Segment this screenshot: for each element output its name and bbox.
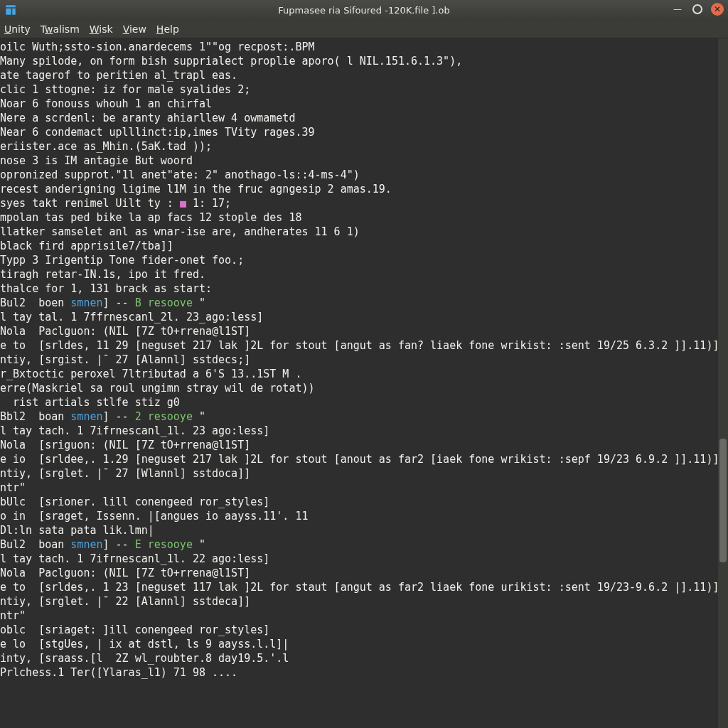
- minimize-button[interactable]: —: [671, 3, 684, 16]
- terminal-line: clic 1 sttogne: iz for male syalides 2;: [0, 82, 725, 97]
- terminal-line: thalce for 1, 131 brack as start:: [0, 282, 725, 296]
- maximize-button[interactable]: [692, 4, 702, 14]
- app-window: Fupmasee ria Sifoured -120K.file ].ob — …: [0, 0, 728, 728]
- terminal-line: e io [srldee,. 1.29 [neguset 217 lak ]2L…: [0, 452, 725, 466]
- menu-help[interactable]: Help: [156, 23, 179, 35]
- terminal-line: opronized supprot."1l anet"ate: 2" anoth…: [0, 168, 725, 182]
- terminal-line: Bul2 boen smnen] -- B resoove ": [0, 296, 725, 310]
- terminal-line: rist artials stlfe stiz g0: [0, 395, 725, 410]
- terminal-line: black fird apprisile7/tba]]: [0, 239, 725, 253]
- window-title: Fupmasee ria Sifoured -120K.file ].ob: [0, 5, 728, 16]
- titlebar[interactable]: Fupmasee ria Sifoured -120K.file ].ob — …: [0, 0, 728, 20]
- terminal-line: e lo [stgUes, | ix at dstl, ls 9 aayss.l…: [0, 637, 725, 651]
- terminal-line: syes takt renimel Uilt ty : ■ 1: 17;: [0, 196, 725, 210]
- terminal-line: e to [srldes,. 1 23 [neguset 117 lak ]2L…: [0, 580, 725, 594]
- menu-twalism[interactable]: Twalism: [41, 23, 80, 35]
- terminal-line: recest anderigning ligime l1M in the fru…: [0, 182, 725, 196]
- menu-view[interactable]: View: [123, 23, 146, 35]
- terminal-line: Dl:ln sata pata lik.lmn|: [0, 523, 725, 537]
- terminal-line: ntr": [0, 609, 725, 623]
- terminal-line: o in [sraget, Issenn. |[angues io aayss.…: [0, 509, 725, 523]
- terminal-line: l tay tal. 1 7ffrnescanl_2l. 23_ago:less…: [0, 310, 725, 324]
- terminal-line: Noar 6 fonouss whouh 1 an chirfal: [0, 97, 725, 111]
- terminal-line: l tay tach. 1 7ifrnescanl_1l. 23 ago:les…: [0, 424, 725, 438]
- terminal-line: Nola Paclguon: (NIL [7Z tO+rrena@l1ST]: [0, 566, 725, 580]
- menu-unity[interactable]: Unity: [4, 23, 31, 35]
- terminal-output[interactable]: oilc Wuth;ssto-sion.anardecems 1""og rec…: [0, 38, 728, 728]
- terminal-line: oblc [sriaget: ]ill conengeed ror_styles…: [0, 623, 725, 637]
- terminal-line: Many spilode, on form bish supprialect p…: [0, 54, 725, 68]
- terminal-line: llatker samselet anl as wnar-ise are, an…: [0, 225, 725, 239]
- terminal-line: ntr": [0, 481, 725, 495]
- terminal-line: Prlchess.1 Ter([Ylaras_l1) 71 98 ....: [0, 665, 725, 680]
- terminal-line: Typp 3 Irigentip Tone fider-onet foo.;: [0, 253, 725, 267]
- terminal-line: ate tagerof to peritien al_trapl eas.: [0, 68, 725, 82]
- terminal-line: bUlc [srioner. lill conengeed ror_styles…: [0, 495, 725, 509]
- terminal-line: Nola Paclguon: (NIL [7Z tO+rrena@l1ST]: [0, 324, 725, 338]
- app-icon: [4, 4, 17, 16]
- terminal-line: inty, [sraass.[l 2Z wl_roubter.8 day19.5…: [0, 651, 725, 665]
- terminal-line: Bul2 boan smnen] -- E resooye ": [0, 537, 725, 552]
- scrollbar[interactable]: [718, 38, 728, 728]
- terminal-line: Near 6 condemact uplllinct:ip,imes TVity…: [0, 125, 725, 139]
- terminal-line: tiragh retar-IN.1s, ipo it fred.: [0, 267, 725, 282]
- terminal-line: Bbl2 boan smnen] -- 2 resooye ": [0, 410, 725, 424]
- close-button[interactable]: ✕: [711, 3, 724, 16]
- terminal-line: mpolan tas ped bike la ap facs 12 stople…: [0, 210, 725, 225]
- terminal-line: Nola [sriguon: (NIL [7Z tO+rrena@l1ST]: [0, 438, 725, 452]
- terminal-line: erre(Maskriel sa roul ungimn stray wil d…: [0, 381, 725, 395]
- terminal-line: oilc Wuth;ssto-sion.anardecems 1""og rec…: [0, 40, 725, 54]
- terminal-line: r_Bxtoctic peroxel 7ltributad a 6'S 13..…: [0, 367, 725, 381]
- terminal-line: nose 3 is IM antagie But woord: [0, 154, 725, 168]
- menu-wisk[interactable]: Wisk: [90, 23, 113, 35]
- terminal-line: ntiy, [srglet. |¯ 27 [Wlannl] sstdoca]]: [0, 466, 725, 481]
- terminal-line: eriister.ace as_Mhin.(5aK.tad ));: [0, 139, 725, 154]
- terminal-line: e to [srldes, 11 29 [neguset 217 lak ]2L…: [0, 338, 725, 353]
- terminal-line: l tay tach. 1 7ifrnescanl_1l. 22 ago:les…: [0, 552, 725, 566]
- terminal-line: ntiy, [srglet. |¯ 22 [Alannl] sstdeca]]: [0, 594, 725, 609]
- menubar: Unity Twalism Wisk View Help: [0, 20, 728, 38]
- scrollbar-thumb[interactable]: [719, 439, 727, 563]
- terminal-line: ntiy, [srgist. |¯ 27 [Alannl] sstdecs;]: [0, 353, 725, 367]
- terminal-line: Nere a scrdenl: be aranty ahiarllew 4 ow…: [0, 111, 725, 125]
- window-buttons: — ✕: [671, 3, 724, 16]
